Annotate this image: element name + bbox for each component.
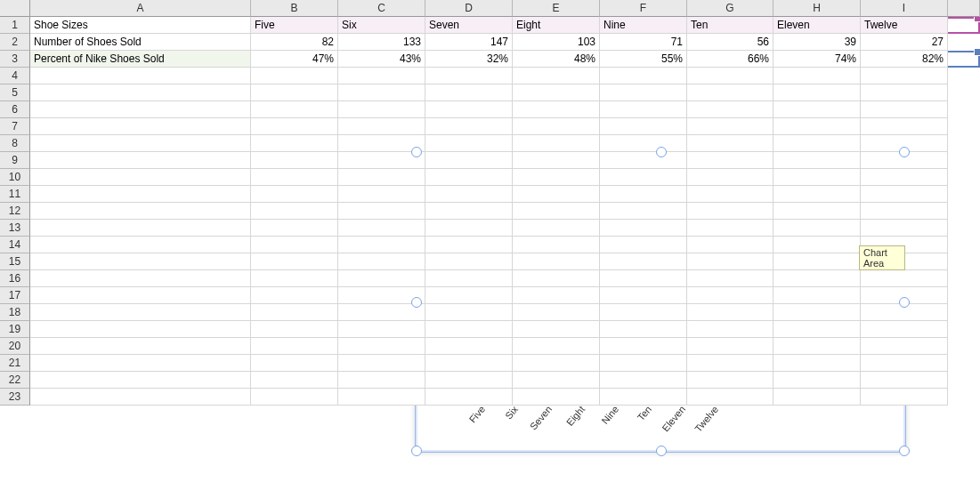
cell-F10[interactable] xyxy=(600,169,687,186)
cell-C20[interactable] xyxy=(338,338,425,355)
cell-G17[interactable] xyxy=(687,287,773,304)
cell-E11[interactable] xyxy=(513,186,600,203)
cell-E19[interactable] xyxy=(513,321,600,338)
cell-H13[interactable] xyxy=(773,220,861,237)
cell-H16[interactable] xyxy=(773,270,861,287)
cell-B11[interactable] xyxy=(251,186,338,203)
resize-handle-sw[interactable] xyxy=(411,446,422,456)
cell-C11[interactable] xyxy=(338,186,425,203)
cell-A20[interactable] xyxy=(30,338,251,355)
cell-G12[interactable] xyxy=(687,203,773,220)
cell-E4[interactable] xyxy=(513,68,600,84)
cell-F20[interactable] xyxy=(600,338,687,355)
cell-A2[interactable]: Number of Shoes Sold xyxy=(30,34,251,51)
resize-handle-w[interactable] xyxy=(411,297,422,308)
cell-B8[interactable] xyxy=(251,135,338,152)
cell-G18[interactable] xyxy=(687,304,773,321)
cell-F3[interactable]: 55% xyxy=(600,51,687,68)
cell-B15[interactable] xyxy=(251,253,338,270)
cell-H20[interactable] xyxy=(773,338,861,355)
cell-C22[interactable] xyxy=(338,372,425,389)
cell-F13[interactable] xyxy=(600,220,687,237)
cell-I4[interactable] xyxy=(861,68,948,84)
cell-B21[interactable] xyxy=(251,355,338,372)
cell-A16[interactable] xyxy=(30,270,251,287)
cell-E8[interactable] xyxy=(513,135,600,152)
cell-E17[interactable] xyxy=(513,287,600,304)
cell-G13[interactable] xyxy=(687,220,773,237)
cell-G16[interactable] xyxy=(687,270,773,287)
col-header-I[interactable]: I xyxy=(861,0,948,17)
cell-E5[interactable] xyxy=(513,84,600,101)
cell-A9[interactable] xyxy=(30,152,251,169)
cell-F2[interactable]: 71 xyxy=(600,34,687,51)
row-header-1[interactable]: 1 xyxy=(0,17,30,34)
cell-H19[interactable] xyxy=(773,321,861,338)
cell-G7[interactable] xyxy=(687,118,773,135)
cell-F17[interactable] xyxy=(600,287,687,304)
resize-handle-n[interactable] xyxy=(656,147,667,157)
cell-C13[interactable] xyxy=(338,220,425,237)
cell-G9[interactable] xyxy=(687,152,773,169)
cell-I13[interactable] xyxy=(861,220,948,237)
resize-handle-ne[interactable] xyxy=(899,147,910,157)
cell-B5[interactable] xyxy=(251,84,338,101)
cell-D10[interactable] xyxy=(425,169,513,186)
cell-B12[interactable] xyxy=(251,203,338,220)
cell-G5[interactable] xyxy=(687,84,773,101)
cell-I5[interactable] xyxy=(861,84,948,101)
cell-D22[interactable] xyxy=(425,372,513,389)
cell-B4[interactable] xyxy=(251,68,338,84)
cell-F1[interactable]: Nine xyxy=(600,17,687,34)
cell-B22[interactable] xyxy=(251,372,338,389)
cell-B20[interactable] xyxy=(251,338,338,355)
cell-F11[interactable] xyxy=(600,186,687,203)
cell-D23[interactable] xyxy=(425,389,513,406)
cell-I22[interactable] xyxy=(861,372,948,389)
cell-E6[interactable] xyxy=(513,101,600,118)
cell-D4[interactable] xyxy=(425,68,513,84)
selection-handle-c-tr[interactable] xyxy=(974,48,980,56)
cell-D11[interactable] xyxy=(425,186,513,203)
resize-handle-e[interactable] xyxy=(899,297,910,308)
col-header-A[interactable]: A xyxy=(30,0,251,17)
cell-F23[interactable] xyxy=(600,389,687,406)
cell-C23[interactable] xyxy=(338,389,425,406)
cell-D21[interactable] xyxy=(425,355,513,372)
col-header-G[interactable]: G xyxy=(687,0,773,17)
cell-E15[interactable] xyxy=(513,253,600,270)
cell-A22[interactable] xyxy=(30,372,251,389)
cell-I3[interactable]: 82% xyxy=(861,51,948,68)
row-header-7[interactable]: 7 xyxy=(0,118,30,135)
cell-A1[interactable]: Shoe Sizes xyxy=(30,17,251,34)
cell-B6[interactable] xyxy=(251,101,338,118)
cell-F19[interactable] xyxy=(600,321,687,338)
cell-H5[interactable] xyxy=(773,84,861,101)
col-header-C[interactable]: C xyxy=(338,0,425,17)
cell-E23[interactable] xyxy=(513,389,600,406)
cell-A13[interactable] xyxy=(30,220,251,237)
row-header-9[interactable]: 9 xyxy=(0,152,30,169)
row-header-23[interactable]: 23 xyxy=(0,389,30,406)
col-header-E[interactable]: E xyxy=(513,0,600,17)
cell-A6[interactable] xyxy=(30,101,251,118)
cell-A10[interactable] xyxy=(30,169,251,186)
cell-I1[interactable]: Twelve xyxy=(861,17,948,34)
cell-I19[interactable] xyxy=(861,321,948,338)
cell-H7[interactable] xyxy=(773,118,861,135)
row-header-18[interactable]: 18 xyxy=(0,304,30,321)
cell-D18[interactable] xyxy=(425,304,513,321)
cell-H4[interactable] xyxy=(773,68,861,84)
cell-B3[interactable]: 47% xyxy=(251,51,338,68)
row-header-21[interactable]: 21 xyxy=(0,355,30,372)
cell-C5[interactable] xyxy=(338,84,425,101)
cell-G21[interactable] xyxy=(687,355,773,372)
cell-G22[interactable] xyxy=(687,372,773,389)
cell-B19[interactable] xyxy=(251,321,338,338)
cell-A12[interactable] xyxy=(30,203,251,220)
cell-D6[interactable] xyxy=(425,101,513,118)
row-header-13[interactable]: 13 xyxy=(0,220,30,237)
cell-C15[interactable] xyxy=(338,253,425,270)
cell-F15[interactable] xyxy=(600,253,687,270)
resize-handle-se[interactable] xyxy=(899,446,910,456)
